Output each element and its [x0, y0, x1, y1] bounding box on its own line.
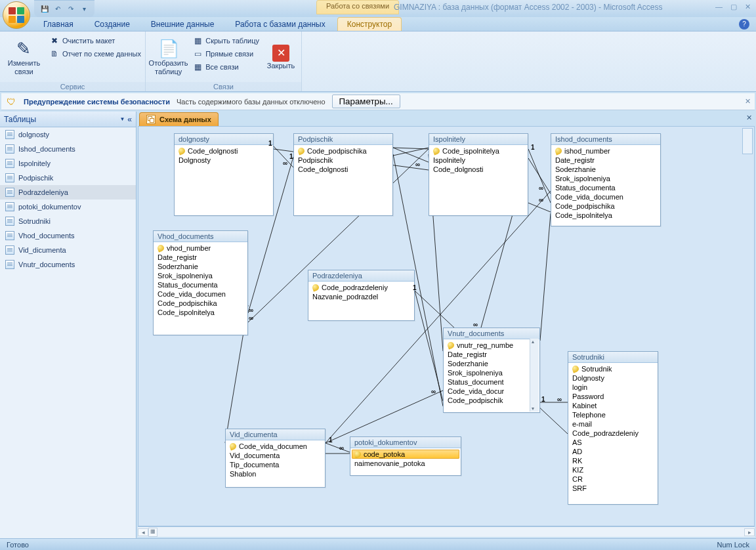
help-icon[interactable]: ? — [739, 19, 749, 30]
hide-table-button[interactable]: ▦ Скрыть таблицу — [192, 35, 259, 46]
table-field[interactable]: Status_document — [445, 377, 538, 387]
table-title[interactable]: Ishod_documents — [551, 134, 660, 145]
table-Ishod_documents[interactable]: Ishod_documentsishod_numberDate_registrS… — [551, 133, 661, 226]
table-field[interactable]: RK — [570, 456, 656, 465]
table-field[interactable]: Code_podpischik — [445, 396, 538, 405]
qat-customize-icon[interactable]: ▾ — [79, 4, 89, 14]
table-dolgnosty[interactable]: dolgnostyCode_dolgnostiDolgnosty — [174, 133, 274, 216]
table-Podpischik[interactable]: PodpischikCode_podpischikaPodpischikCode… — [293, 133, 393, 216]
table-field[interactable]: Code_dolgnosti — [295, 165, 391, 174]
nav-table-item[interactable]: Podrazdeleniya — [0, 185, 136, 200]
table-field[interactable]: Srok_ispolneniya — [155, 271, 246, 280]
table-field[interactable]: Soderzhanie — [445, 359, 538, 368]
table-title[interactable]: Vnutr_documents — [444, 328, 539, 339]
edit-relations-button[interactable]: ✎ Изменить связи — [1, 33, 47, 81]
table-potoki_dokumentov[interactable]: potoki_dokumentovcode_potokanaimenovanie… — [350, 436, 461, 476]
table-field[interactable]: Code_podpischika — [553, 201, 659, 211]
table-field[interactable]: Code_vida_documen — [155, 289, 246, 299]
table-title[interactable]: Vid_dicumenta — [226, 429, 325, 440]
table-field[interactable]: vnutr_reg_numbe — [445, 341, 538, 350]
table-Ispolnitely[interactable]: IspolnitelyCode_ispolnitelyaIspolnitelyC… — [429, 133, 528, 216]
table-title[interactable]: Podrazdeleniya — [308, 270, 414, 282]
table-field[interactable]: Kabinet — [570, 401, 656, 410]
nav-table-item[interactable]: Podpischik — [0, 171, 136, 185]
nav-table-item[interactable]: Vnutr_documents — [0, 257, 136, 272]
table-field[interactable]: vhod_number — [155, 243, 246, 253]
table-field[interactable]: Podpischik — [295, 156, 391, 165]
nav-table-item[interactable]: Vid_dicumenta — [0, 243, 136, 257]
table-field[interactable]: Date_registr — [155, 253, 246, 262]
table-Podrazdeleniya[interactable]: PodrazdeleniyaCode_podrazdeleniyNazvanie… — [308, 270, 415, 321]
table-field[interactable]: AD — [570, 447, 656, 456]
table-field[interactable]: Shablon — [227, 469, 324, 478]
vertical-scrollbar[interactable] — [742, 128, 753, 154]
table-field[interactable]: Date_registr — [553, 156, 659, 165]
table-field[interactable]: Status_documenta — [155, 280, 246, 289]
table-field[interactable]: Srok_ispolneniya — [553, 174, 659, 183]
all-relations-button[interactable]: ▦ Все связи — [192, 62, 259, 72]
nav-table-item[interactable]: Ispolnitely — [0, 156, 136, 171]
table-field[interactable]: Code_dolgnosti — [176, 146, 272, 156]
table-field[interactable]: CR — [570, 475, 656, 484]
table-field[interactable]: Code_ispolnitelya — [430, 146, 526, 156]
canvas-tab-schema[interactable]: Схема данных — [139, 112, 219, 126]
table-title[interactable]: Sotrudniki — [568, 352, 658, 363]
security-close-icon[interactable]: ✕ — [745, 97, 751, 106]
table-field[interactable]: e-mail — [570, 419, 656, 429]
table-Vid_dicumenta[interactable]: Vid_dicumentaCode_vida_documenVid_docume… — [225, 429, 326, 488]
table-field[interactable]: Telephone — [570, 410, 656, 419]
nav-collapse-icon[interactable]: « — [127, 115, 132, 124]
table-field[interactable]: code_potoka — [352, 450, 459, 459]
table-title[interactable]: dolgnosty — [175, 134, 273, 145]
nav-table-item[interactable]: dolgnosty — [0, 127, 136, 142]
table-title[interactable]: Ispolnitely — [429, 134, 528, 145]
table-field[interactable]: Code_ispolnitelya — [553, 211, 659, 220]
table-Sotrudniki[interactable]: SotrudnikiSotrudnikDolgnostyloginPasswor… — [568, 351, 658, 505]
table-title[interactable]: Podpischik — [294, 134, 392, 145]
show-table-button[interactable]: 📄 Отобразить таблицу — [147, 33, 190, 81]
qat-save-icon[interactable]: 💾 — [39, 4, 50, 14]
office-button[interactable] — [3, 1, 30, 29]
nav-dropdown-icon[interactable]: ▼ — [119, 116, 125, 122]
nav-table-item[interactable]: Sotrudniki — [0, 214, 136, 228]
table-field[interactable]: Code_vida_docur — [445, 387, 538, 396]
table-field[interactable]: Code_podpischika — [295, 146, 391, 156]
table-field[interactable]: Sotrudnik — [570, 364, 656, 373]
table-field[interactable]: Tip_documenta — [227, 460, 324, 469]
nav-table-item[interactable]: Ishod_documents — [0, 142, 136, 156]
horizontal-scrollbar[interactable]: ◂ ▦ ▸ — [138, 526, 755, 537]
table-field[interactable]: Code_podpischika — [155, 299, 246, 308]
table-field[interactable]: KIZ — [570, 465, 656, 475]
restore-button[interactable]: ▢ — [729, 3, 738, 11]
ribbon-tab-4[interactable]: Конструктор — [337, 17, 402, 31]
nav-table-item[interactable]: potoki_dokumentov — [0, 200, 136, 214]
table-field[interactable]: Password — [570, 392, 656, 401]
table-Vhod_documents[interactable]: Vhod_documentsvhod_numberDate_registrSod… — [153, 230, 248, 335]
table-field[interactable]: AS — [570, 438, 656, 447]
close-button-ribbon[interactable]: ✕ Закрыть — [262, 33, 300, 81]
table-field[interactable]: Code_dolgnosti — [430, 165, 526, 174]
table-field[interactable]: Code_ispolnitelya — [155, 308, 246, 317]
minimize-button[interactable]: — — [714, 3, 724, 11]
close-button[interactable]: ✕ — [744, 3, 752, 11]
table-field[interactable]: Status_documenta — [553, 183, 659, 192]
security-options-button[interactable]: Параметры... — [332, 95, 400, 108]
ribbon-tab-1[interactable]: Создание — [85, 18, 139, 31]
table-field[interactable]: Vid_documenta — [227, 451, 324, 460]
relations-report-button[interactable]: 🗎 Отчет по схеме данных — [49, 49, 141, 59]
table-field[interactable]: Srok_ispolneniya — [445, 368, 538, 377]
table-field[interactable]: login — [570, 383, 656, 392]
table-field[interactable]: Dolgnosty — [570, 373, 656, 383]
table-field[interactable]: Dolgnosty — [176, 156, 272, 165]
table-field[interactable]: ishod_number — [553, 146, 659, 156]
ribbon-tab-0[interactable]: Главная — [34, 18, 83, 31]
table-field[interactable]: SRF — [570, 484, 656, 493]
qat-redo-icon[interactable]: ↷ — [66, 4, 76, 14]
table-scrollbar[interactable] — [530, 339, 539, 412]
table-field[interactable]: Date_registr — [445, 350, 538, 359]
table-field[interactable]: Soderzhanie — [553, 165, 659, 174]
ribbon-tab-2[interactable]: Внешние данные — [142, 18, 224, 31]
table-field[interactable]: Soderzhanie — [155, 262, 246, 271]
table-field[interactable]: Code_vida_documen — [227, 442, 324, 451]
table-field[interactable]: Ispolnitely — [430, 156, 526, 165]
